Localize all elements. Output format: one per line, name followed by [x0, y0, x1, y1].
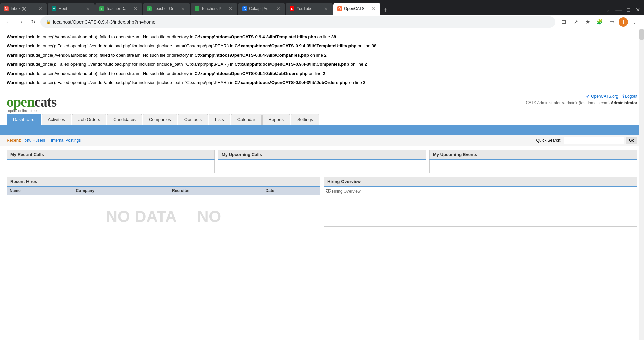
my-upcoming-calls-section: My Upcoming Calls: [218, 150, 426, 173]
tab-close-teachers-p[interactable]: ✕: [228, 5, 233, 12]
tab-title-opencats: OpenCATS: [344, 6, 369, 11]
bookmark-icon[interactable]: ★: [582, 17, 593, 27]
user-info: CATS Administrator <admin> (testdomain.c…: [526, 100, 637, 105]
maximize-button[interactable]: □: [626, 6, 632, 14]
table-row: NO DATA NO: [7, 195, 320, 238]
browser-tab-opencats[interactable]: OOpenCATS✕: [333, 3, 380, 15]
tab-favicon-youtube: ▶: [290, 6, 294, 11]
nav-tab-companies[interactable]: Companies: [143, 114, 177, 125]
warning-3: Warning: include_once(./vendor/autoload.…: [7, 51, 637, 59]
browser-tab-gmail[interactable]: MInbox (5) -✕: [0, 3, 47, 15]
forward-button[interactable]: →: [16, 17, 25, 27]
no-data-text-2: NO: [197, 207, 221, 226]
close-browser-button[interactable]: ✕: [634, 5, 641, 14]
recent-link-internal[interactable]: Internal Postings: [51, 138, 81, 143]
reload-button[interactable]: ↻: [28, 17, 38, 27]
back-button[interactable]: ←: [4, 17, 13, 27]
tab-controls: ⌄ — □ ✕: [602, 5, 644, 15]
info-icon: ℹ: [622, 94, 624, 99]
nav-tab-job-orders[interactable]: Job Orders: [72, 114, 106, 125]
hiring-overview-header: Hiring Overview: [324, 177, 637, 187]
tab-close-teacher-on[interactable]: ✕: [180, 5, 186, 12]
tab-close-youtube[interactable]: ✕: [323, 5, 329, 12]
toolbar-icons: ⊞ ↗ ★ 🧩 ▭ I ⋮: [558, 17, 640, 27]
scrollbar-thumb[interactable]: [639, 29, 644, 40]
warnings-section: Warning: include_once(./vendor/autoload.…: [0, 29, 644, 91]
nav-tab-calendar[interactable]: Calendar: [231, 114, 262, 125]
bottom-row: Recent Hires Name Company Recruiter Date: [7, 177, 637, 238]
tab-title-teacher-on: Teacher On: [154, 6, 178, 11]
nav-tab-contacts[interactable]: Contacts: [178, 114, 208, 125]
translate-icon[interactable]: ⊞: [558, 17, 569, 27]
recent-hires-section: Recent Hires Name Company Recruiter Date: [7, 177, 320, 238]
hiring-overview-section: Hiring Overview 🖼 Hiring Overview: [324, 177, 637, 238]
tab-close-gmail[interactable]: ✕: [38, 5, 43, 12]
my-recent-calls-body: [7, 160, 215, 173]
recent-hires-body: NO DATA NO: [7, 195, 320, 238]
tab-close-cakap[interactable]: ✕: [276, 5, 281, 12]
sidebar-icon[interactable]: ▭: [606, 17, 617, 27]
hiring-overview-alt: Hiring Overview: [332, 189, 361, 194]
quick-search-input[interactable]: [564, 137, 624, 144]
lock-icon: 🔒: [46, 19, 51, 24]
new-tab-button[interactable]: +: [381, 5, 390, 15]
url-text: localhost/OpenCATS-0.9.4-3/index.php?m=h…: [53, 19, 550, 25]
logo: opencats: [7, 94, 56, 110]
user-avatar[interactable]: I: [619, 17, 628, 27]
hiring-overview-body: 🖼 Hiring Overview: [324, 187, 637, 227]
share-icon[interactable]: ↗: [570, 17, 581, 27]
tab-favicon-teachers-p: +: [195, 6, 199, 11]
menu-icon[interactable]: ⋮: [629, 17, 640, 27]
nav-tab-dashboard[interactable]: Dashboard: [7, 114, 41, 125]
browser-tab-teachers-p[interactable]: +Teachers P✕: [191, 3, 237, 15]
tab-dropdown-icon[interactable]: ⌄: [605, 6, 611, 14]
browser-tab-teacher-on[interactable]: +Teacher On✕: [143, 3, 190, 15]
quick-search-go-button[interactable]: Go: [626, 137, 637, 144]
tab-close-teacher-da[interactable]: ✕: [133, 5, 138, 12]
extensions-icon[interactable]: 🧩: [594, 17, 605, 27]
header-right: ✔ OpenCATS.org ℹ Logout CATS Administrat…: [526, 94, 637, 105]
browser-tab-youtube[interactable]: ▶YouTube✕: [286, 3, 333, 15]
browser-tab-teacher-da[interactable]: +Teacher Da✕: [95, 3, 142, 15]
recent-link-ibnu[interactable]: Ibnu Husein: [23, 138, 45, 143]
logo-green: open: [7, 94, 34, 110]
opencats-org-link[interactable]: ✔ OpenCATS.org: [586, 94, 618, 99]
table-header-row: Name Company Recruiter Date: [7, 187, 320, 195]
page-content: Warning: include_once(./vendor/autoload.…: [0, 29, 644, 242]
browser-tab-cakap[interactable]: CCakap | Ad✕: [238, 3, 285, 15]
minimize-button[interactable]: —: [614, 5, 623, 15]
nav-tab-settings[interactable]: Settings: [291, 114, 319, 125]
tab-title-gmail: Inbox (5) -: [11, 6, 36, 11]
tab-title-youtube: YouTube: [297, 6, 321, 11]
tab-title-teachers-p: Teachers P: [201, 6, 226, 11]
tab-favicon-gmail: M: [4, 6, 9, 11]
opencats-app: opencats open. online. free. ✔ OpenCATS.…: [0, 91, 644, 242]
my-upcoming-calls-header: My Upcoming Calls: [218, 150, 426, 160]
recent-label: Recent:: [7, 138, 21, 143]
nav-tab-activities[interactable]: Activities: [42, 114, 71, 125]
tab-favicon-cakap: C: [242, 6, 247, 11]
tab-favicon-opencats: O: [337, 6, 342, 11]
recent-section: Recent: Ibnu Husein | Internal Postings: [7, 138, 81, 143]
my-upcoming-calls-body: [218, 160, 426, 173]
nav-tab-reports[interactable]: Reports: [262, 114, 290, 125]
col-recruiter: Recruiter: [169, 187, 263, 195]
tab-close-opencats[interactable]: ✕: [371, 5, 376, 12]
broken-image-icon: 🖼: [326, 189, 331, 194]
tab-favicon-teacher-on: +: [147, 6, 152, 11]
nav-tab-lists[interactable]: Lists: [209, 114, 230, 125]
col-date: Date: [263, 187, 320, 195]
browser-tab-meet[interactable]: MMeet -✕: [48, 3, 95, 15]
no-data-area: NO DATA NO: [10, 196, 317, 236]
address-bar: ← → ↻ 🔒 localhost/OpenCATS-0.9.4-3/index…: [0, 15, 644, 29]
scrollbar[interactable]: [639, 29, 644, 242]
logo-tagline: open. online. free.: [8, 109, 56, 113]
nav-tab-candidates[interactable]: Candidates: [107, 114, 142, 125]
recent-hires-table: Name Company Recruiter Date: [7, 187, 320, 238]
tab-close-meet[interactable]: ✕: [85, 5, 91, 12]
my-upcoming-events-section: My Upcoming Events: [429, 150, 637, 173]
user-email: CATS Administrator <admin> (testdomain.c…: [526, 100, 610, 105]
tab-bar: MInbox (5) -✕MMeet -✕+Teacher Da✕+Teache…: [0, 0, 644, 15]
logout-link[interactable]: ℹ Logout: [622, 94, 637, 99]
url-bar[interactable]: 🔒 localhost/OpenCATS-0.9.4-3/index.php?m…: [40, 16, 555, 28]
